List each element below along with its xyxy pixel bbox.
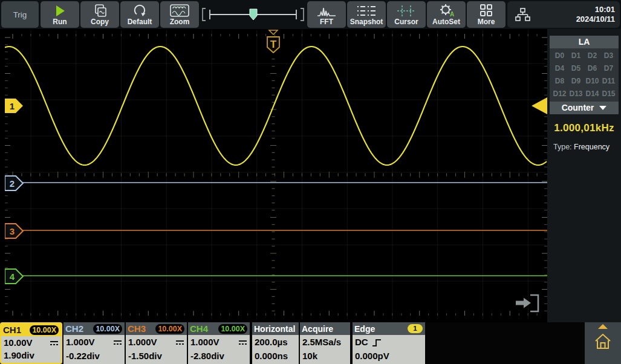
- cursor-button[interactable]: Cursor: [387, 1, 426, 28]
- more-grid-icon: [480, 4, 493, 17]
- ch2-name: CH2: [65, 323, 83, 334]
- clock-time: 10:01: [576, 5, 615, 15]
- la-channel-D2[interactable]: D2: [584, 51, 600, 60]
- dc-coupling-icon: [238, 339, 247, 346]
- counter-value: 1.000,01kHz: [547, 122, 621, 134]
- clock-block[interactable]: 10:01 2024/10/11: [507, 1, 620, 28]
- sample-rate-value: 2.5MSa/s: [302, 336, 341, 348]
- ch1-position-marker[interactable]: 1: [5, 99, 23, 113]
- fft-label: FFT: [320, 18, 333, 26]
- ch3-name: CH3: [128, 323, 146, 334]
- ch3-offset: -1.50div: [128, 350, 162, 362]
- trig-label: Trig: [13, 10, 27, 19]
- la-channel-D11[interactable]: D11: [600, 77, 617, 85]
- dc-coupling-icon: [113, 339, 122, 346]
- la-panel-header[interactable]: LA: [550, 36, 619, 48]
- fft-button[interactable]: FFT: [307, 1, 346, 28]
- horizontal-title: Horizontal: [254, 324, 295, 334]
- memory-depth-value: 10k: [302, 350, 317, 362]
- waveform-export-icon[interactable]: [516, 295, 538, 311]
- trigger-position-marker: [250, 9, 257, 20]
- acquire-title: Acquire: [302, 324, 333, 334]
- timebase-value: 200.0µs: [255, 336, 288, 348]
- network-icon: [515, 7, 531, 22]
- la-channel-D1[interactable]: D1: [568, 51, 584, 60]
- ch2-probe-badge: 10.00X: [93, 324, 122, 334]
- snapshot-label: Snapshot: [350, 18, 383, 26]
- ch3-scale: 1.000V: [128, 336, 157, 348]
- acquire-status-box[interactable]: Acquire 2.5MSa/s 10k: [300, 322, 350, 364]
- trig-button[interactable]: Trig: [1, 1, 39, 28]
- la-channel-D14[interactable]: D14: [584, 89, 600, 98]
- ch4-scale: 1.000V: [190, 336, 219, 348]
- la-channel-D5[interactable]: D5: [568, 64, 584, 73]
- ch3-position-marker[interactable]: 3: [5, 224, 23, 238]
- trigger-source-badge: 1: [408, 324, 423, 333]
- run-label: Run: [53, 18, 67, 26]
- autoset-label: AutoSet: [432, 18, 460, 26]
- right-sidebar: LA D0D1D2D3D4D5D6D7D8D9D10D11D12D13D14D1…: [547, 29, 621, 322]
- la-channel-D7[interactable]: D7: [600, 64, 617, 73]
- rising-edge-icon: [372, 338, 383, 347]
- counter-type: Type: Frequency: [553, 143, 621, 151]
- reset-icon: [132, 4, 147, 17]
- la-channel-D10[interactable]: D10: [584, 77, 600, 85]
- ch1-status-box[interactable]: CH1 10.00X 10.00V 1.90div: [0, 322, 62, 364]
- autoset-gear-icon: A: [438, 4, 454, 17]
- la-channel-D13[interactable]: D13: [568, 89, 584, 98]
- clock-date: 2024/10/11: [576, 15, 615, 24]
- la-channel-D6[interactable]: D6: [584, 64, 600, 73]
- default-button[interactable]: Default: [120, 1, 159, 28]
- la-channel-D0[interactable]: D0: [551, 51, 568, 60]
- svg-text:2: 2: [10, 178, 15, 189]
- ch1-scale: 10.00V: [4, 337, 33, 349]
- bottom-status-bar: CH1 10.00X 10.00V 1.90div CH2 10.00X 1.0…: [0, 322, 621, 364]
- oscilloscope-screen: Trig Run Copy Default: [0, 0, 621, 364]
- ch4-probe-badge: 10.00X: [218, 324, 247, 334]
- horizontal-status-box[interactable]: Horizontal 200.0µs 0.000ns: [252, 322, 299, 364]
- copy-icon: [92, 4, 108, 17]
- la-channel-D12[interactable]: D12: [551, 89, 568, 98]
- snapshot-list-icon: [357, 5, 376, 17]
- svg-text:T: T: [270, 39, 277, 50]
- ch4-name: CH4: [190, 323, 208, 334]
- chevron-down-icon: [599, 106, 606, 110]
- home-icon[interactable]: [594, 333, 612, 350]
- ch1-probe-badge: 10.00X: [30, 325, 59, 335]
- fft-spectrum-icon: [317, 4, 336, 17]
- ch4-offset: -2.80div: [190, 350, 224, 362]
- ch2-position-marker[interactable]: 2: [5, 176, 23, 190]
- zoom-label: Zoom: [170, 18, 190, 26]
- ch4-status-box[interactable]: CH4 10.00X 1.000V -2.80div: [188, 322, 250, 364]
- trigger-status-box[interactable]: Edge 1 DC 0.000pV: [353, 322, 425, 364]
- clock: 10:01 2024/10/11: [576, 5, 615, 24]
- ch1-offset: 1.90div: [4, 349, 34, 362]
- run-button[interactable]: Run: [41, 1, 79, 28]
- la-channel-D9[interactable]: D9: [568, 77, 584, 85]
- ch3-status-box[interactable]: CH3 10.00X 1.000V -1.50div: [126, 322, 187, 364]
- chevron-up-icon[interactable]: [598, 324, 608, 329]
- ch1-name: CH1: [3, 325, 21, 335]
- svg-text:1: 1: [10, 101, 15, 111]
- la-channel-D3[interactable]: D3: [600, 51, 617, 60]
- trigger-time-marker[interactable]: T: [267, 30, 279, 53]
- la-channel-D4[interactable]: D4: [551, 64, 568, 73]
- copy-label: Copy: [91, 18, 109, 26]
- more-button[interactable]: More: [467, 1, 506, 28]
- counter-header[interactable]: Counter: [550, 102, 619, 114]
- trigger-position-slider[interactable]: [200, 0, 307, 29]
- ch2-status-box[interactable]: CH2 10.00X 1.000V -0.22div: [63, 322, 125, 364]
- ch3-probe-badge: 10.00X: [155, 324, 184, 334]
- waveform-display: 1234T: [5, 29, 547, 320]
- corner-panel: [585, 322, 621, 364]
- svg-text:4: 4: [10, 271, 15, 282]
- copy-button[interactable]: Copy: [80, 1, 119, 28]
- svg-text:3: 3: [10, 226, 15, 236]
- cursor-label: Cursor: [394, 18, 418, 26]
- counter-type-label: Type:: [553, 143, 572, 151]
- snapshot-button[interactable]: Snapshot: [347, 1, 386, 28]
- la-channel-D8[interactable]: D8: [551, 77, 568, 85]
- zoom-button[interactable]: Zoom: [160, 1, 199, 28]
- autoset-button[interactable]: A AutoSet: [427, 1, 466, 28]
- la-channel-D15[interactable]: D15: [600, 89, 617, 98]
